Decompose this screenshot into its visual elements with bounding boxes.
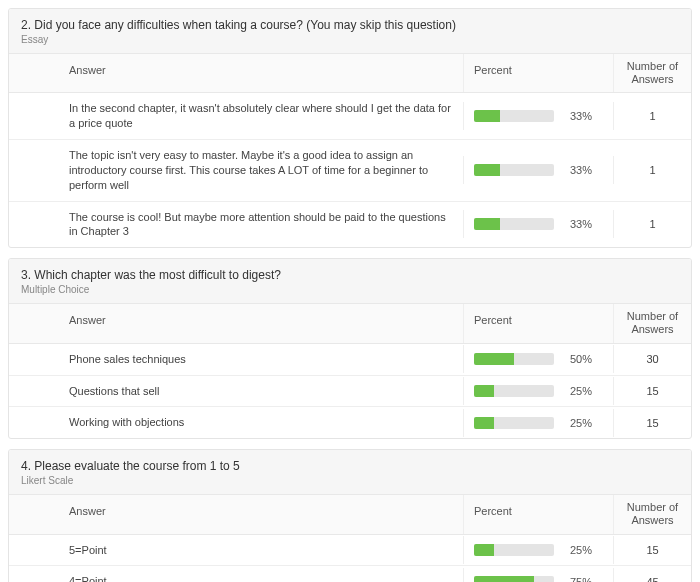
table-row: Questions that sell25%15	[9, 376, 691, 408]
percent-label: 33%	[562, 164, 592, 176]
bar-fill	[474, 576, 534, 582]
table-row: 5=Point25%15	[9, 535, 691, 567]
percent-cell: 25%	[463, 377, 613, 405]
bar-track	[474, 218, 554, 230]
count-cell: 15	[613, 536, 691, 564]
question-header: 3. Which chapter was the most difficult …	[9, 259, 691, 304]
table-row: The course is cool! But maybe more atten…	[9, 202, 691, 248]
table-header: AnswerPercentNumber of Answers	[9, 495, 691, 534]
percent-label: 33%	[562, 218, 592, 230]
answer-cell: Working with objections	[9, 407, 463, 438]
bar-track	[474, 164, 554, 176]
question-card: 4. Please evaluate the course from 1 to …	[8, 449, 692, 582]
table-header: AnswerPercentNumber of Answers	[9, 304, 691, 343]
bar-track	[474, 110, 554, 122]
bar-track	[474, 417, 554, 429]
bar-fill	[474, 417, 494, 429]
count-cell: 1	[613, 156, 691, 184]
question-type: Multiple Choice	[21, 284, 679, 295]
bar-fill	[474, 218, 500, 230]
question-title: 2. Did you face any difficulties when ta…	[21, 18, 679, 32]
percent-cell: 33%	[463, 102, 613, 130]
bar-fill	[474, 164, 500, 176]
table-row: In the second chapter, it wasn't absolut…	[9, 93, 691, 140]
count-cell: 15	[613, 409, 691, 437]
bar-fill	[474, 385, 494, 397]
bar-track	[474, 385, 554, 397]
column-header-answer: Answer	[9, 54, 463, 92]
answer-cell: 5=Point	[9, 535, 463, 566]
bar-fill	[474, 353, 514, 365]
percent-label: 33%	[562, 110, 592, 122]
answer-cell: 4=Point	[9, 566, 463, 582]
column-header-number: Number of Answers	[613, 54, 691, 92]
column-header-percent: Percent	[463, 54, 613, 92]
bar-track	[474, 576, 554, 582]
answer-cell: Questions that sell	[9, 376, 463, 407]
column-header-percent: Percent	[463, 304, 613, 342]
bar-fill	[474, 544, 494, 556]
answer-cell: The topic isn't very easy to master. May…	[9, 140, 463, 201]
question-title: 4. Please evaluate the course from 1 to …	[21, 459, 679, 473]
percent-label: 50%	[562, 353, 592, 365]
percent-label: 25%	[562, 544, 592, 556]
bar-fill	[474, 110, 500, 122]
count-cell: 1	[613, 102, 691, 130]
bar-track	[474, 353, 554, 365]
answer-cell: The course is cool! But maybe more atten…	[9, 202, 463, 248]
answer-cell: Phone sales techniques	[9, 344, 463, 375]
question-header: 4. Please evaluate the course from 1 to …	[9, 450, 691, 495]
table-row: 4=Point75%45	[9, 566, 691, 582]
percent-label: 75%	[562, 576, 592, 582]
question-card: 3. Which chapter was the most difficult …	[8, 258, 692, 439]
percent-cell: 25%	[463, 536, 613, 564]
bar-track	[474, 544, 554, 556]
question-title: 3. Which chapter was the most difficult …	[21, 268, 679, 282]
table-row: Phone sales techniques50%30	[9, 344, 691, 376]
table-row: The topic isn't very easy to master. May…	[9, 140, 691, 202]
column-header-number: Number of Answers	[613, 495, 691, 533]
percent-label: 25%	[562, 385, 592, 397]
count-cell: 30	[613, 345, 691, 373]
percent-cell: 25%	[463, 409, 613, 437]
column-header-answer: Answer	[9, 495, 463, 533]
percent-cell: 33%	[463, 156, 613, 184]
count-cell: 45	[613, 568, 691, 582]
percent-label: 25%	[562, 417, 592, 429]
table-row: Working with objections25%15	[9, 407, 691, 438]
question-header: 2. Did you face any difficulties when ta…	[9, 9, 691, 54]
answer-cell: In the second chapter, it wasn't absolut…	[9, 93, 463, 139]
column-header-answer: Answer	[9, 304, 463, 342]
count-cell: 15	[613, 377, 691, 405]
column-header-percent: Percent	[463, 495, 613, 533]
question-card: 2. Did you face any difficulties when ta…	[8, 8, 692, 248]
question-type: Likert Scale	[21, 475, 679, 486]
percent-cell: 33%	[463, 210, 613, 238]
count-cell: 1	[613, 210, 691, 238]
percent-cell: 50%	[463, 345, 613, 373]
percent-cell: 75%	[463, 568, 613, 582]
column-header-number: Number of Answers	[613, 304, 691, 342]
question-type: Essay	[21, 34, 679, 45]
table-header: AnswerPercentNumber of Answers	[9, 54, 691, 93]
